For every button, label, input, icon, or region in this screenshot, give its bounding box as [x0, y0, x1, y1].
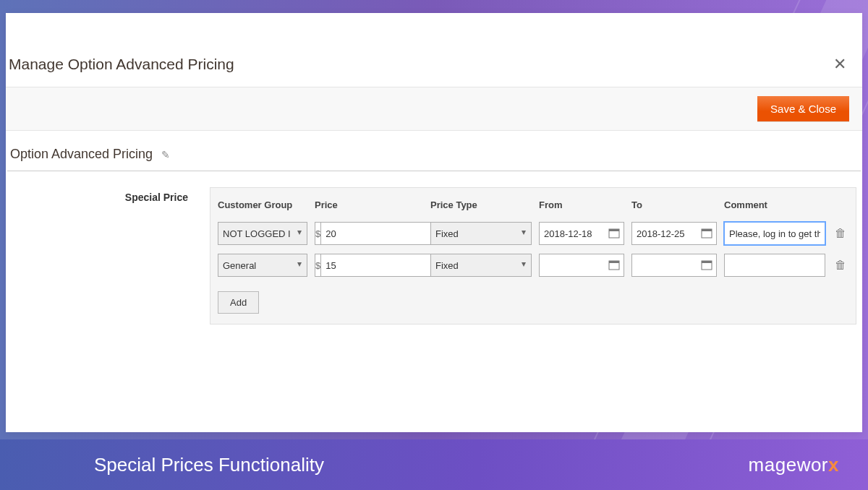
col-header-customer-group: Customer Group [218, 199, 307, 210]
col-header-price: Price [315, 199, 423, 210]
trash-icon[interactable]: 🗑 [833, 227, 848, 240]
close-icon[interactable]: ✕ [833, 55, 846, 74]
form-area: Special Price Customer Group Price Price… [6, 171, 862, 324]
from-date-input[interactable] [539, 222, 624, 245]
price-type-select[interactable]: Fixed [430, 222, 532, 245]
footer-caption: Special Prices Functionality [94, 454, 324, 476]
comment-input[interactable] [724, 222, 825, 245]
col-header-from: From [539, 199, 624, 210]
modal-title: Manage Option Advanced Pricing [6, 56, 234, 73]
col-header-to: To [631, 199, 717, 210]
brand-name: mageworx [749, 454, 839, 476]
save-close-button[interactable]: Save & Close [757, 96, 849, 121]
actions-bar: Save & Close [6, 87, 862, 131]
modal-panel: Manage Option Advanced Pricing ✕ Save & … [6, 13, 862, 432]
section-title: Option Advanced Pricing [10, 147, 153, 162]
col-header-comment: Comment [724, 199, 825, 210]
grid-row: General $ Fixed [218, 249, 848, 281]
price-type-select[interactable]: Fixed [430, 254, 532, 277]
currency-symbol: $ [315, 222, 320, 245]
footer-bar: Special Prices Functionality mageworx [0, 439, 868, 490]
col-header-price-type: Price Type [430, 199, 532, 210]
modal-header: Manage Option Advanced Pricing ✕ [6, 13, 862, 87]
grid-header-row: Customer Group Price Price Type From To … [218, 195, 848, 218]
section-title-row: Option Advanced Pricing ✎ [7, 131, 861, 171]
add-button[interactable]: Add [218, 291, 259, 314]
pencil-icon[interactable]: ✎ [161, 149, 170, 160]
grid-row: NOT LOGGED IN $ Fixed [218, 218, 848, 249]
comment-input[interactable] [724, 254, 825, 277]
currency-symbol: $ [315, 254, 320, 277]
to-date-input[interactable] [631, 254, 717, 277]
special-price-grid: Customer Group Price Price Type From To … [210, 187, 856, 324]
customer-group-select[interactable]: NOT LOGGED IN [218, 222, 307, 245]
to-date-input[interactable] [631, 222, 717, 245]
customer-group-select[interactable]: General [218, 254, 307, 277]
trash-icon[interactable]: 🗑 [833, 259, 848, 272]
field-label-special-price: Special Price [12, 187, 188, 324]
from-date-input[interactable] [539, 254, 624, 277]
